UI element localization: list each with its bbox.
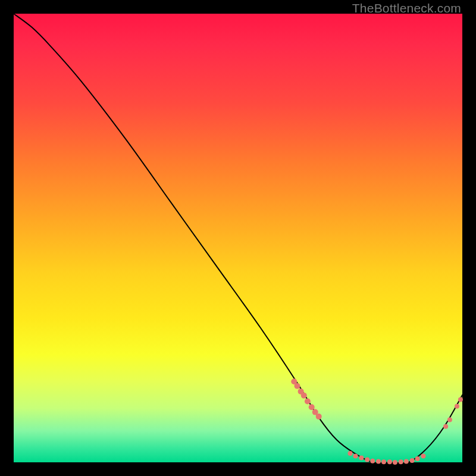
highlight-dot [370, 459, 375, 464]
highlight-dot [305, 399, 311, 405]
highlight-dot [410, 458, 415, 463]
highlight-dot [455, 404, 459, 409]
highlight-dot [458, 397, 463, 402]
highlight-dot [393, 460, 397, 465]
highlight-dot [421, 453, 425, 458]
highlight-dot [365, 458, 369, 462]
highlight-dot [399, 459, 403, 464]
highlight-dot [404, 459, 409, 464]
highlight-dot [376, 459, 381, 464]
chart-frame: TheBottleneck.com [0, 0, 476, 476]
bottleneck-curve [14, 14, 462, 464]
highlight-dots [291, 378, 463, 465]
highlight-dot [309, 404, 315, 410]
highlight-dot [316, 414, 322, 419]
highlight-dot [381, 459, 386, 464]
highlight-dot [295, 383, 300, 389]
highlight-dot [359, 456, 364, 461]
chart-overlay [14, 14, 462, 462]
highlight-dot [348, 451, 353, 456]
highlight-dot [353, 453, 358, 458]
highlight-dot [415, 456, 420, 461]
highlight-dot [301, 393, 307, 399]
highlight-dot [387, 459, 392, 464]
highlight-dot [443, 424, 448, 429]
highlight-dot [447, 417, 452, 422]
